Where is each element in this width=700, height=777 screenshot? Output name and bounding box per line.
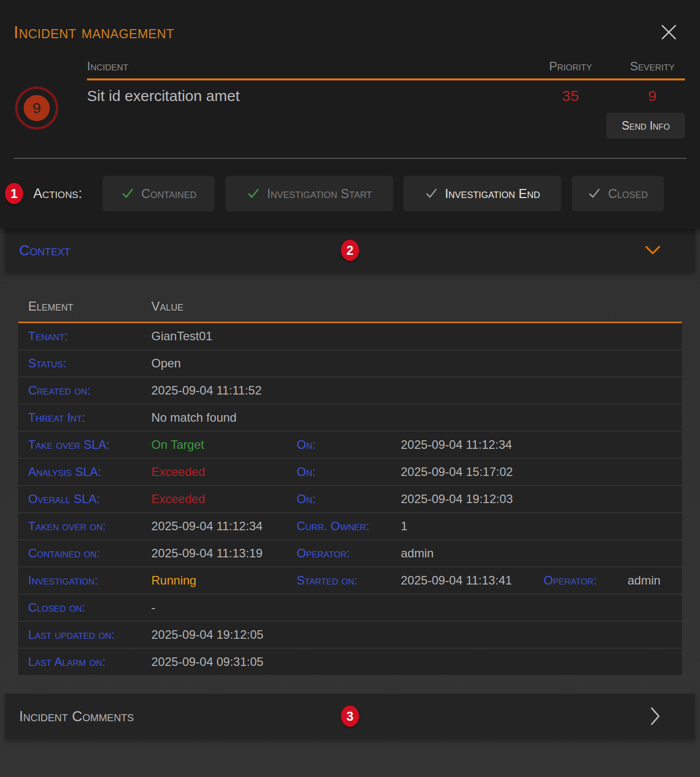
row-value-3: admin xyxy=(628,573,682,588)
actions-row: 1 Actions: Contained Investigation Start… xyxy=(5,175,695,212)
comments-expand-button[interactable] xyxy=(650,706,661,726)
row-value-1: 2025-09-04 09:31:05 xyxy=(151,655,297,669)
check-icon xyxy=(121,187,134,200)
row-value-2: 2025-09-04 11:13:41 xyxy=(401,573,544,588)
row-value-1: 2025-09-04 11:13:19 xyxy=(151,546,297,560)
contained-button[interactable]: Contained xyxy=(103,176,215,211)
table-row: Investigation: Running Started on: 2025-… xyxy=(18,567,682,594)
severity-badge: 9 xyxy=(15,86,58,130)
table-row: Closed on: - xyxy=(18,595,682,621)
severity-badge-value: 9 xyxy=(24,95,50,121)
close-button[interactable] xyxy=(655,18,683,46)
severity-column-header: Severity xyxy=(620,59,685,78)
row-value-1: Exceeded xyxy=(151,492,297,506)
row-value-1: Running xyxy=(151,573,297,588)
contained-button-label: Contained xyxy=(141,186,197,201)
priority-column-header: Priority xyxy=(521,59,620,78)
table-row: Tenant: GianTest01 xyxy=(18,323,682,349)
chevron-down-icon xyxy=(645,245,661,255)
divider xyxy=(14,158,686,159)
table-row: Threat Int: No match found xyxy=(18,405,682,431)
context-table-header: Element Value xyxy=(18,287,682,322)
row-label-1: Overall SLA: xyxy=(28,492,151,506)
row-label-1: Threat Int: xyxy=(28,411,151,425)
row-label-2: On: xyxy=(297,492,401,506)
row-value-1: No match found xyxy=(151,411,297,425)
row-label-2: On: xyxy=(297,438,401,452)
row-label-1: Contained on: xyxy=(28,546,151,560)
row-value-1: On Target xyxy=(151,438,297,452)
context-table-body: Tenant: GianTest01 Status: Open Created … xyxy=(18,323,682,675)
row-label-1: Created on: xyxy=(28,383,151,398)
row-label-2: Operator: xyxy=(297,546,401,560)
table-row: Last updated on: 2025-09-04 19:12:05 xyxy=(18,622,682,648)
check-icon xyxy=(425,187,438,200)
row-label-1: Analysis SLA: xyxy=(28,465,151,479)
row-label-1: Status: xyxy=(28,356,151,370)
row-value-1: 2025-09-04 19:12:05 xyxy=(151,628,297,642)
row-label-2: Started on: xyxy=(297,573,401,588)
row-label-1: Investigation: xyxy=(28,573,151,588)
context-label: Context xyxy=(19,242,70,259)
context-table: Element Value Tenant: GianTest01 Status:… xyxy=(18,287,682,675)
row-label-3: Operator: xyxy=(544,573,628,588)
table-row: Analysis SLA: Exceeded On: 2025-09-04 15… xyxy=(18,459,682,485)
row-label-1: Last Alarm on: xyxy=(28,655,151,669)
incident-management-panel: Incident management 9 Incident Priority … xyxy=(0,0,700,229)
investigation-end-button[interactable]: Investigation End xyxy=(403,176,561,211)
row-value-2: 2025-09-04 15:17:02 xyxy=(401,465,544,479)
check-icon xyxy=(247,187,260,200)
step-badge-3: 3 xyxy=(341,706,359,727)
investigation-start-button[interactable]: Investigation Start xyxy=(225,176,393,211)
step-badge-1: 1 xyxy=(5,183,23,204)
incident-title: Sit id exercitation amet xyxy=(87,80,521,105)
row-value-2: admin xyxy=(401,546,544,560)
severity-value: 9 xyxy=(620,80,685,105)
row-label-2: Curr. Owner: xyxy=(297,519,401,533)
table-row: Contained on: 2025-09-04 11:13:19 Operat… xyxy=(18,540,682,566)
row-value-1: Open xyxy=(151,356,297,370)
row-label-1: Taken over on: xyxy=(28,519,151,533)
page-title: Incident management xyxy=(14,22,174,42)
investigation-end-button-label: Investigation End xyxy=(445,186,540,201)
table-row: Last Alarm on: 2025-09-04 09:31:05 xyxy=(18,649,682,675)
investigation-start-button-label: Investigation Start xyxy=(267,186,372,201)
chevron-right-icon xyxy=(650,706,661,726)
close-icon xyxy=(657,21,680,44)
incident-column-header: Incident xyxy=(87,59,521,78)
row-label-1: Last updated on: xyxy=(28,628,151,642)
incident-comments-label: Incident Comments xyxy=(19,708,134,725)
row-label-2: On: xyxy=(297,465,401,479)
row-value-1: 2025-09-04 11:11:52 xyxy=(151,383,297,398)
row-label-1: Closed on: xyxy=(28,601,151,615)
element-column-header: Element xyxy=(28,299,151,314)
closed-button-label: Closed xyxy=(608,186,648,201)
row-value-2: 1 xyxy=(401,519,544,533)
row-value-1: GianTest01 xyxy=(151,329,297,343)
table-row: Created on: 2025-09-04 11:11:52 xyxy=(18,377,682,404)
table-row: Taken over on: 2025-09-04 11:12:34 Curr.… xyxy=(18,513,682,539)
step-badge-2: 2 xyxy=(341,240,359,261)
row-value-1: - xyxy=(151,601,297,615)
row-value-2: 2025-09-04 11:12:34 xyxy=(401,438,544,452)
value-column-header: Value xyxy=(151,299,184,314)
actions-label: Actions: xyxy=(33,186,82,202)
row-label-1: Tenant: xyxy=(28,329,151,343)
closed-button[interactable]: Closed xyxy=(572,176,664,211)
check-icon xyxy=(588,187,601,200)
incident-comments-section-header[interactable]: Incident Comments 3 xyxy=(5,694,695,739)
context-collapse-button[interactable] xyxy=(645,245,661,255)
context-section-header[interactable]: Context 2 xyxy=(5,229,695,272)
send-info-button[interactable]: Send Info xyxy=(606,113,685,139)
priority-value: 35 xyxy=(521,80,620,105)
row-label-1: Take over SLA: xyxy=(28,438,151,452)
row-value-1: Exceeded xyxy=(151,465,297,479)
incident-summary: Incident Priority Severity Sit id exerci… xyxy=(87,59,685,139)
table-row: Take over SLA: On Target On: 2025-09-04 … xyxy=(18,432,682,458)
table-row: Overall SLA: Exceeded On: 2025-09-04 19:… xyxy=(18,486,682,512)
row-value-1: 2025-09-04 11:12:34 xyxy=(151,519,297,533)
table-row: Status: Open xyxy=(18,350,682,376)
row-value-2: 2025-09-04 19:12:03 xyxy=(401,492,544,506)
